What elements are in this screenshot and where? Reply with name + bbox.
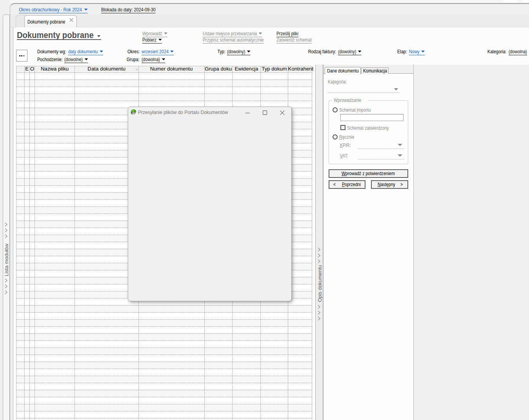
svg-text:GT: GT [131,111,136,115]
